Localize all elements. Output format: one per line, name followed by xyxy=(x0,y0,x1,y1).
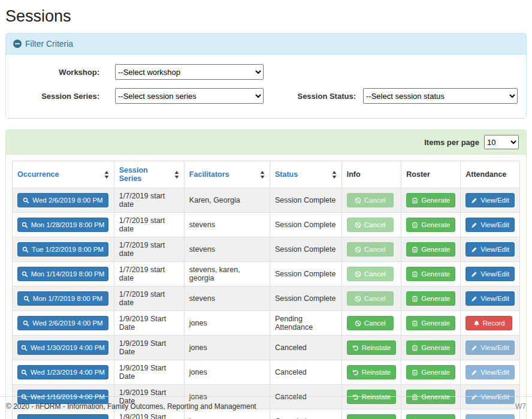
search-icon xyxy=(22,222,28,228)
session-row: Wed 2/6/2019 4:00 PM1/9/2019 Start Datej… xyxy=(13,311,520,336)
view-edit-button[interactable]: View/Edit xyxy=(466,242,515,257)
sessions-panel-header: Items per page 10 xyxy=(6,130,526,155)
facilitators-cell: stevens xyxy=(184,213,270,237)
workshop-select[interactable]: --Select workshop xyxy=(115,64,264,80)
occurrence-wed-2-6-2019-8-00-pm-button[interactable]: Wed 2/6/2019 8:00 PM xyxy=(17,193,108,207)
button-label: View/Edit xyxy=(480,269,509,279)
session-series-label: Session Series: xyxy=(14,92,99,101)
generate-button[interactable]: Generate xyxy=(406,242,455,257)
search-icon xyxy=(21,345,28,351)
column-header-facilitators[interactable]: Facilitators xyxy=(184,161,270,188)
view-edit-button[interactable]: View/Edit xyxy=(466,365,515,379)
generate-button[interactable]: Generate xyxy=(406,218,455,232)
occurrence-wed-1-23-2019-4-00-pm-button[interactable]: Wed 1/23/2019 4:00 PM xyxy=(17,365,108,379)
occurrence-wed-1-9-2019-1-00-pm-button[interactable]: Wed 1/9/2019 1:00 PM xyxy=(17,414,108,419)
session-row: Mon 1/14/2019 8:00 PM1/7/2019 start date… xyxy=(13,262,520,287)
session-series-cell: 1/7/2019 start date xyxy=(114,287,184,311)
session-row: Wed 1/30/2019 4:00 PM1/9/2019 Start Date… xyxy=(13,336,520,360)
cancel-button[interactable]: Cancel xyxy=(347,267,394,281)
cancel-button[interactable]: Cancel xyxy=(347,242,394,257)
generate-button[interactable]: Generate xyxy=(406,291,455,306)
reinstate-button[interactable]: Reinstate xyxy=(347,365,397,379)
column-header-roster: Roster xyxy=(401,161,461,188)
button-label: Record xyxy=(483,318,505,328)
view-edit-button[interactable]: View/Edit xyxy=(466,291,515,306)
generate-button[interactable]: Generate xyxy=(406,340,455,355)
pencil-icon xyxy=(471,222,477,228)
generate-button[interactable]: Generate xyxy=(406,193,455,207)
column-header-occurrence[interactable]: Occurrence xyxy=(13,161,114,188)
button-label: View/Edit xyxy=(480,343,509,352)
generate-button[interactable]: Generate xyxy=(406,365,455,379)
button-label: Wed 1/9/2019 1:00 PM xyxy=(32,417,102,419)
button-label: Mon 1/28/2019 8:00 PM xyxy=(31,220,105,230)
column-header-status[interactable]: Status xyxy=(270,161,341,188)
sessions-panel: Items per page 10 OccurrenceSession Seri… xyxy=(5,129,527,419)
cancel-button[interactable]: Cancel xyxy=(347,193,394,207)
session-series-cell: 1/9/2019 Start Date xyxy=(114,336,184,360)
attendance-cell: View/Edit xyxy=(461,188,520,213)
occurrence-mon-1-14-2019-8-00-pm-button[interactable]: Mon 1/14/2019 8:00 PM xyxy=(17,267,108,281)
roster-cell: Generate xyxy=(401,336,461,360)
filter-panel: Filter Criteria Workshop: --Select works… xyxy=(5,33,527,119)
environment-tag: W7 xyxy=(515,402,526,411)
button-label: Generate xyxy=(421,195,450,205)
occurrence-cell: Wed 1/30/2019 4:00 PM xyxy=(13,336,114,360)
view-edit-button[interactable]: View/Edit xyxy=(466,414,515,419)
badge-icon xyxy=(412,197,418,204)
undo-icon xyxy=(352,345,359,351)
reinstate-button[interactable]: Reinstate xyxy=(347,340,397,355)
cancel-button[interactable]: Cancel xyxy=(347,218,394,232)
info-cell: Cancel xyxy=(341,311,401,336)
badge-icon xyxy=(412,369,418,376)
occurrence-wed-2-6-2019-4-00-pm-button[interactable]: Wed 2/6/2019 4:00 PM xyxy=(17,316,108,330)
view-edit-button[interactable]: View/Edit xyxy=(466,218,515,232)
view-edit-button[interactable]: View/Edit xyxy=(466,267,515,281)
items-per-page-label: Items per page xyxy=(424,138,479,147)
column-header-session-series[interactable]: Session Series xyxy=(114,161,184,188)
occurrence-mon-1-28-2019-8-00-pm-button[interactable]: Mon 1/28/2019 8:00 PM xyxy=(17,218,108,232)
badge-icon xyxy=(412,296,418,302)
view-edit-button[interactable]: View/Edit xyxy=(466,340,515,355)
facilitators-cell: jones xyxy=(184,336,270,360)
footer-copyright: © 2020 - nFORM - Information, Family Out… xyxy=(6,402,256,411)
sort-icon xyxy=(104,171,109,179)
button-label: View/Edit xyxy=(480,245,509,254)
occurrence-mon-1-7-2019-8-00-pm-button[interactable]: Mon 1/7/2019 8:00 PM xyxy=(17,291,108,306)
generate-button[interactable]: Generate xyxy=(406,414,455,419)
filter-panel-header[interactable]: Filter Criteria xyxy=(6,34,526,55)
button-label: Mon 1/14/2019 8:00 PM xyxy=(31,269,105,279)
ban-icon xyxy=(355,320,361,327)
session-row: Mon 1/28/2019 8:00 PM1/7/2019 start date… xyxy=(13,213,520,237)
generate-button[interactable]: Generate xyxy=(406,316,455,330)
session-status-select[interactable]: --Select session status xyxy=(363,88,518,104)
generate-button[interactable]: Generate xyxy=(406,267,455,281)
items-per-page-select[interactable]: 10 xyxy=(484,135,519,149)
workshop-label: Workshop: xyxy=(14,68,99,77)
button-label: Cancel xyxy=(364,220,386,230)
occurrence-wed-1-30-2019-4-00-pm-button[interactable]: Wed 1/30/2019 4:00 PM xyxy=(17,340,108,355)
session-series-cell: 1/9/2019 Start Date xyxy=(114,311,184,336)
facilitators-cell: jones xyxy=(184,360,270,385)
view-edit-button[interactable]: View/Edit xyxy=(466,193,515,207)
button-label: Generate xyxy=(421,343,450,352)
sort-icon xyxy=(174,171,179,179)
record-button[interactable]: Record xyxy=(466,316,512,330)
search-icon xyxy=(21,369,28,376)
button-label: Cancel xyxy=(364,195,386,205)
status-cell: Canceled xyxy=(270,336,341,360)
facilitators-cell: stevens, karen, georgia xyxy=(184,262,270,287)
occurrence-tue-1-22-2019-8-00-pm-button[interactable]: Tue 1/22/2019 8:00 PM xyxy=(17,242,108,257)
reinstate-button[interactable]: Reinstate xyxy=(347,414,397,419)
undo-icon xyxy=(352,369,359,376)
button-label: Cancel xyxy=(364,318,386,328)
session-series-select[interactable]: --Select session series xyxy=(115,88,264,104)
cancel-button[interactable]: Cancel xyxy=(347,291,394,306)
collapse-minus-icon xyxy=(13,40,22,48)
occurrence-cell: Wed 2/6/2019 4:00 PM xyxy=(13,311,114,336)
roster-cell: Generate xyxy=(401,287,461,311)
session-series-cell: 1/7/2019 start date xyxy=(114,188,184,213)
cancel-button[interactable]: Cancel xyxy=(347,316,394,330)
status-cell: Pending Attendance xyxy=(270,311,341,336)
column-header-info: Info xyxy=(341,161,401,188)
